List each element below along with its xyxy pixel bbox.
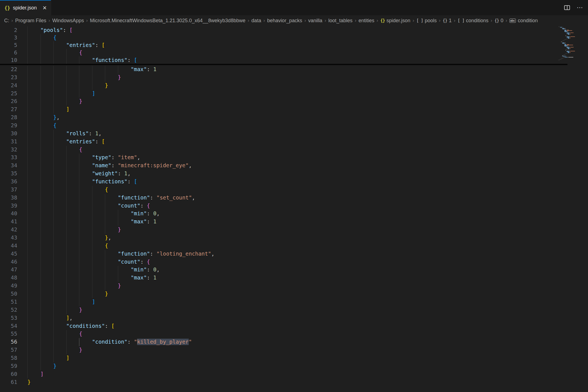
code-line-33[interactable]: 33"type": "item",	[0, 154, 552, 162]
line-number[interactable]: 34	[0, 162, 17, 170]
code-line-35[interactable]: 35"weight": 1,	[0, 170, 552, 178]
code-line-59[interactable]: 59}	[0, 362, 552, 370]
code-line-22[interactable]: 22"max": 1	[0, 66, 552, 74]
code-line-31[interactable]: 31"entries": [	[0, 138, 552, 146]
breadcrumb-item-windowsapps[interactable]: WindowsApps	[52, 18, 84, 24]
breadcrumb-item-microsoft-minecraftwindowsbeta-1-21-3025-0-x64-8wekyb3d8bbwe[interactable]: Microsoft.MinecraftWindowsBeta_1.21.3025…	[90, 18, 245, 24]
line-number[interactable]: 6	[0, 49, 17, 56]
breadcrumb-item-pools[interactable]: [ ]pools	[417, 18, 437, 24]
line-number[interactable]: 23	[0, 74, 17, 82]
code-line-34[interactable]: 34"name": "minecraft:spider_eye",	[0, 162, 552, 170]
line-number[interactable]: 45	[0, 250, 17, 258]
line-number[interactable]: 36	[0, 178, 17, 186]
breadcrumb-item-program-files[interactable]: Program Files	[15, 18, 46, 24]
line-number[interactable]: 31	[0, 138, 17, 146]
line-number[interactable]: 33	[0, 154, 17, 162]
line-number[interactable]: 57	[0, 346, 17, 354]
code-line-23[interactable]: 23}	[0, 74, 552, 82]
line-number[interactable]: 59	[0, 362, 17, 370]
line-number[interactable]: 5	[0, 41, 17, 49]
code-line-42[interactable]: 42}	[0, 226, 552, 234]
line-number[interactable]: 22	[0, 66, 17, 74]
code-line-28[interactable]: 28},	[0, 114, 552, 122]
line-number[interactable]: 24	[0, 82, 17, 90]
line-number[interactable]: 40	[0, 210, 17, 218]
line-number[interactable]: 42	[0, 226, 17, 234]
code-line-2[interactable]: 2"pools": [	[0, 26, 552, 34]
breadcrumb-item-c-[interactable]: C:	[4, 18, 9, 24]
code-line-43[interactable]: 43},	[0, 234, 552, 242]
line-number[interactable]: 38	[0, 194, 17, 202]
code-line-39[interactable]: 39"count": {	[0, 202, 552, 210]
code-line-48[interactable]: 48"max": 1	[0, 274, 552, 282]
code-line-37[interactable]: 37{	[0, 186, 552, 194]
code-line-55[interactable]: 55{	[0, 330, 552, 338]
code-line-57[interactable]: 57}	[0, 346, 552, 354]
line-number[interactable]: 41	[0, 218, 17, 226]
line-number[interactable]: 27	[0, 106, 17, 114]
breadcrumb-item-behavior-packs[interactable]: behavior_packs	[267, 18, 302, 24]
line-number[interactable]: 44	[0, 242, 17, 250]
line-number[interactable]: 43	[0, 234, 17, 242]
line-number[interactable]: 48	[0, 274, 17, 282]
code-line-30[interactable]: 30"rolls": 1,	[0, 130, 552, 138]
code-line-47[interactable]: 47"min": 0,	[0, 266, 552, 274]
line-number[interactable]: 28	[0, 114, 17, 122]
line-number[interactable]: 47	[0, 266, 17, 274]
minimap[interactable]	[552, 26, 588, 392]
code-line-44[interactable]: 44{	[0, 242, 552, 250]
code-line-51[interactable]: 51]	[0, 298, 552, 306]
line-number[interactable]: 52	[0, 306, 17, 314]
code-line-25[interactable]: 25]	[0, 90, 552, 98]
line-number[interactable]: 61	[0, 378, 17, 386]
line-number[interactable]: 25	[0, 90, 17, 98]
code-line-49[interactable]: 49}	[0, 282, 552, 290]
breadcrumb-item-loot-tables[interactable]: loot_tables	[328, 18, 352, 24]
breadcrumb-item-data[interactable]: data	[251, 18, 261, 24]
code-line-29[interactable]: 29{	[0, 122, 552, 130]
line-number[interactable]: 54	[0, 322, 17, 330]
code-line-36[interactable]: 36"functions": [	[0, 178, 552, 186]
line-number[interactable]: 56	[0, 338, 17, 346]
code-line-27[interactable]: 27]	[0, 106, 552, 114]
code-line-46[interactable]: 46"count": {	[0, 258, 552, 266]
code-line-54[interactable]: 54"conditions": [	[0, 322, 552, 330]
line-number[interactable]: 51	[0, 298, 17, 306]
more-actions-icon[interactable]: ⋯	[577, 6, 584, 9]
breadcrumb-item-vanilla[interactable]: vanilla	[308, 18, 322, 24]
tab-spider-json[interactable]: {} spider.json ✕	[0, 0, 51, 15]
breadcrumb-item-entities[interactable]: entities	[359, 18, 374, 24]
code-line-45[interactable]: 45"function": "looting_enchant",	[0, 250, 552, 258]
line-number[interactable]: 55	[0, 330, 17, 338]
line-number[interactable]: 58	[0, 354, 17, 362]
breadcrumb-item-0[interactable]: {}0	[494, 18, 503, 24]
line-number[interactable]: 3	[0, 34, 17, 41]
line-number[interactable]: 60	[0, 370, 17, 378]
sticky-scroll[interactable]: 2"pools": [3{5"entries": [6{10"functions…	[0, 26, 552, 64]
line-number[interactable]: 32	[0, 146, 17, 154]
breadcrumb-item-spider-json[interactable]: {}spider.json	[380, 18, 410, 24]
split-editor-icon[interactable]	[564, 5, 570, 10]
code-line-38[interactable]: 38"function": "set_count",	[0, 194, 552, 202]
code-line-53[interactable]: 53],	[0, 314, 552, 322]
code-line-41[interactable]: 41"max": 1	[0, 218, 552, 226]
breadcrumb-item-1[interactable]: {}1	[443, 18, 451, 24]
line-number[interactable]: 37	[0, 186, 17, 194]
line-number[interactable]: 30	[0, 130, 17, 138]
code-line-24[interactable]: 24}	[0, 82, 552, 90]
line-number[interactable]: 10	[0, 56, 17, 64]
line-number[interactable]: 53	[0, 314, 17, 322]
code-line-40[interactable]: 40"min": 0,	[0, 210, 552, 218]
code-line-32[interactable]: 32{	[0, 146, 552, 154]
code-line-56[interactable]: 56"condition": "killed_by_player"	[0, 338, 552, 346]
line-number[interactable]: 2	[0, 26, 17, 34]
code-line-5[interactable]: 5"entries": [	[0, 41, 552, 49]
line-number[interactable]: 35	[0, 170, 17, 178]
code-line-26[interactable]: 26}	[0, 98, 552, 106]
code-line-52[interactable]: 52}	[0, 306, 552, 314]
code-line-6[interactable]: 6{	[0, 49, 552, 56]
code-line-10[interactable]: 10"functions": [	[0, 56, 552, 64]
code-line-61[interactable]: 61}	[0, 378, 552, 386]
code-line-50[interactable]: 50}	[0, 290, 552, 298]
line-number[interactable]: 46	[0, 258, 17, 266]
